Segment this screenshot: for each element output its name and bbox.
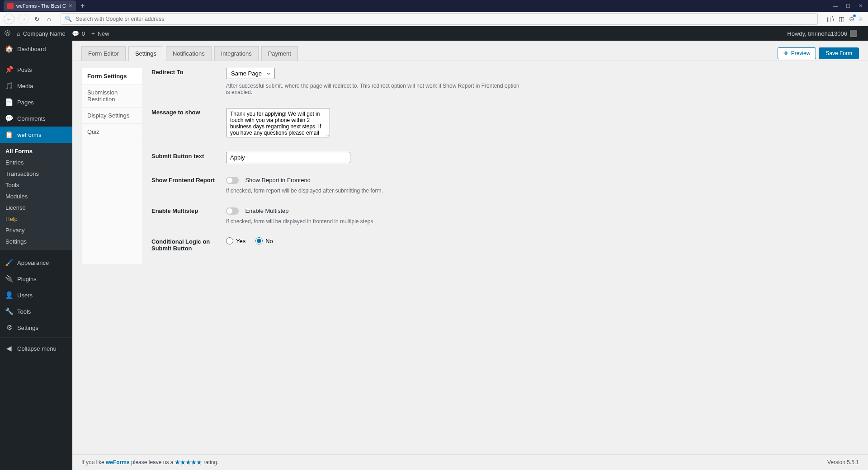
new-tab-icon[interactable]: + bbox=[80, 2, 85, 10]
label-submit-text: Submit Button text bbox=[151, 152, 226, 163]
submenu-modules[interactable]: Modules bbox=[0, 191, 72, 202]
forward-icon[interactable]: → bbox=[18, 14, 29, 24]
submenu-all-forms[interactable]: All Forms bbox=[0, 146, 72, 157]
help-multistep: If checked, form will be displayed in fr… bbox=[226, 218, 524, 225]
help-redirect: After successful submit, where the page … bbox=[226, 83, 524, 95]
form-tabs: Form Editor Settings Notifications Integ… bbox=[81, 46, 298, 61]
address-input[interactable] bbox=[75, 16, 813, 22]
collapse-menu[interactable]: ◀Collapse menu bbox=[0, 340, 72, 357]
home-icon[interactable]: ⌂ bbox=[45, 15, 52, 23]
submenu-settings[interactable]: Settings bbox=[0, 236, 72, 247]
menu-settings[interactable]: ⚙Settings bbox=[0, 320, 72, 336]
weforms-submenu: All Forms Entries Transactions Tools Mod… bbox=[0, 143, 72, 250]
tab-notifications[interactable]: Notifications bbox=[166, 46, 212, 61]
menu-pages[interactable]: 📄Pages bbox=[0, 94, 72, 110]
close-window-icon[interactable]: ✕ bbox=[859, 3, 863, 9]
nav-quiz[interactable]: Quiz bbox=[82, 124, 142, 140]
menu-posts[interactable]: 📌Posts bbox=[0, 61, 72, 78]
submenu-privacy[interactable]: Privacy bbox=[0, 225, 72, 236]
wp-sidebar: 🏠Dashboard 📌Posts 🎵Media 📄Pages 💬Comment… bbox=[0, 41, 72, 470]
menu-users[interactable]: 👤Users bbox=[0, 287, 72, 303]
submenu-tools[interactable]: Tools bbox=[0, 179, 72, 191]
menu-plugins[interactable]: 🔌Plugins bbox=[0, 271, 72, 287]
menu-icon[interactable]: ≡ bbox=[859, 15, 863, 23]
tab-integrations[interactable]: Integrations bbox=[214, 46, 259, 61]
submenu-transactions[interactable]: Transactions bbox=[0, 168, 72, 179]
plus-icon: + bbox=[91, 30, 95, 37]
brush-icon: 🖌️ bbox=[5, 258, 14, 267]
settings-form: Redirect To Same Page After successful s… bbox=[151, 68, 859, 264]
reload-icon[interactable]: ↻ bbox=[33, 15, 42, 23]
dashboard-icon: 🏠 bbox=[5, 44, 14, 53]
submenu-help[interactable]: Help bbox=[0, 213, 72, 225]
sidebar-toggle-icon[interactable]: ◫ bbox=[839, 15, 844, 23]
home-icon: ⌂ bbox=[17, 30, 20, 37]
form-tabs-row: Form Editor Settings Notifications Integ… bbox=[72, 41, 868, 61]
nav-display-settings[interactable]: Display Settings bbox=[82, 108, 142, 124]
label-multistep: Enable Multistep bbox=[151, 207, 226, 225]
tab-payment[interactable]: Payment bbox=[261, 46, 298, 61]
site-name[interactable]: ⌂Company Name bbox=[17, 30, 66, 37]
url-bar[interactable]: 🔍 bbox=[61, 13, 817, 25]
maximize-icon[interactable]: ☐ bbox=[846, 3, 850, 9]
eye-icon: 👁 bbox=[783, 50, 789, 56]
wp-logo-icon[interactable]: ⓦ bbox=[5, 29, 10, 38]
toggle-label-frontend: Show Report in Frontend bbox=[245, 177, 311, 183]
pin-icon: 📌 bbox=[5, 65, 14, 74]
label-conditional: Conditional Logic on Submit Button bbox=[151, 237, 226, 252]
back-icon[interactable]: ← bbox=[4, 14, 14, 24]
tab-form-editor[interactable]: Form Editor bbox=[81, 46, 126, 61]
label-redirect-to: Redirect To bbox=[151, 68, 226, 95]
wp-footer: If you like weForms please leave us a ★★… bbox=[72, 454, 868, 470]
comment-icon: 💬 bbox=[72, 30, 79, 37]
comments-link[interactable]: 💬0 bbox=[72, 30, 85, 37]
conditional-no[interactable]: No bbox=[255, 237, 273, 244]
tab-close-icon[interactable]: × bbox=[69, 2, 72, 9]
collapse-icon: ◀ bbox=[5, 344, 14, 353]
tab-title: weForms - The Best Contact Fo bbox=[16, 3, 66, 9]
conditional-yes[interactable]: Yes bbox=[226, 237, 245, 244]
nav-submission-restriction[interactable]: Submission Restriction bbox=[82, 85, 142, 108]
footer-rating-link[interactable]: ★★★★★ bbox=[175, 459, 202, 465]
redirect-to-select[interactable]: Same Page bbox=[226, 68, 275, 79]
plug-icon: 🔌 bbox=[5, 274, 14, 283]
comments-icon: 💬 bbox=[5, 114, 14, 123]
submenu-entries[interactable]: Entries bbox=[0, 157, 72, 168]
frontend-report-toggle[interactable] bbox=[226, 177, 239, 184]
shield-icon[interactable]: ⊝ bbox=[849, 15, 854, 23]
menu-weforms[interactable]: 📋weForms bbox=[0, 127, 72, 143]
minimize-icon[interactable]: — bbox=[833, 3, 838, 9]
tab-settings[interactable]: Settings bbox=[128, 46, 163, 61]
submit-button-text-input[interactable] bbox=[226, 152, 350, 163]
new-content[interactable]: +New bbox=[91, 30, 109, 37]
nav-form-settings[interactable]: Form Settings bbox=[82, 68, 142, 85]
settings-nav: Form Settings Submission Restriction Dis… bbox=[81, 68, 142, 264]
menu-tools[interactable]: 🔧Tools bbox=[0, 303, 72, 320]
tab-favicon-icon bbox=[7, 3, 14, 9]
weforms-icon: 📋 bbox=[5, 130, 14, 139]
toggle-label-multistep: Enable Multistep bbox=[245, 207, 288, 214]
label-message: Message to show bbox=[151, 108, 226, 139]
media-icon: 🎵 bbox=[5, 81, 14, 90]
help-frontend: If checked, form report will be displaye… bbox=[226, 188, 524, 194]
label-frontend-report: Show Frontend Report bbox=[151, 176, 226, 194]
user-menu[interactable]: Howdy, tmrineha13006 bbox=[787, 30, 857, 37]
submenu-license[interactable]: License bbox=[0, 202, 72, 213]
save-form-button[interactable]: Save Form bbox=[819, 47, 859, 59]
browser-tab[interactable]: weForms - The Best Contact Fo × bbox=[4, 0, 76, 11]
menu-media[interactable]: 🎵Media bbox=[0, 78, 72, 94]
pages-icon: 📄 bbox=[5, 98, 14, 107]
main-content: Form Editor Settings Notifications Integ… bbox=[72, 41, 868, 470]
library-icon[interactable]: ⫼\ bbox=[826, 15, 834, 23]
wp-version: Version 5.5.1 bbox=[827, 459, 859, 465]
avatar-icon bbox=[850, 30, 857, 37]
preview-button[interactable]: 👁Preview bbox=[778, 47, 816, 59]
footer-weforms-link[interactable]: weForms bbox=[106, 459, 130, 465]
message-textarea[interactable]: Thank you for applying! We will get in t… bbox=[226, 108, 330, 137]
menu-appearance[interactable]: 🖌️Appearance bbox=[0, 254, 72, 271]
wp-admin-bar: ⓦ ⌂Company Name 💬0 +New Howdy, tmrineha1… bbox=[0, 26, 868, 41]
menu-dashboard[interactable]: 🏠Dashboard bbox=[0, 41, 72, 57]
search-icon: 🔍 bbox=[65, 15, 72, 22]
multistep-toggle[interactable] bbox=[226, 207, 239, 215]
menu-comments[interactable]: 💬Comments bbox=[0, 110, 72, 127]
